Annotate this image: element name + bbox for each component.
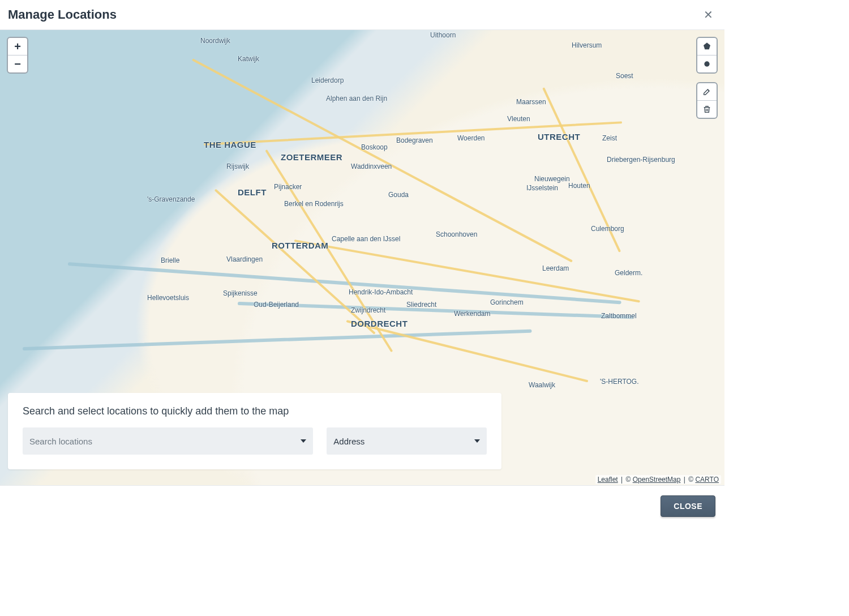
location-type-value: Address	[333, 437, 365, 446]
search-panel-row: Search locations Address	[23, 427, 487, 455]
page-title: Manage Locations	[8, 7, 117, 22]
zoom-control: + −	[7, 37, 28, 74]
polygon-icon	[702, 42, 711, 51]
draw-circle-button[interactable]	[697, 55, 717, 72]
draw-polygon-button[interactable]	[697, 38, 717, 55]
attribution-carto-pre: ©	[688, 476, 695, 484]
trash-icon	[702, 105, 711, 114]
edit-shapes-button[interactable]	[697, 83, 717, 100]
zoom-in-button[interactable]: +	[8, 38, 27, 55]
draw-edit-tools	[696, 82, 718, 119]
map-canvas[interactable]: THE HAGUEROTTERDAMUTRECHTZOETERMEERDELFT…	[0, 29, 724, 486]
location-type-select[interactable]: Address	[327, 427, 487, 455]
circle-icon	[702, 59, 711, 69]
location-search-panel: Search and select locations to quickly a…	[8, 393, 501, 469]
map-attribution: Leaflet | © OpenStreetMap | © CARTO	[595, 475, 721, 484]
svg-point-0	[704, 61, 709, 66]
chevron-down-icon	[301, 439, 306, 443]
draw-shape-tools	[696, 37, 718, 74]
attribution-carto-link[interactable]: CARTO	[695, 476, 719, 484]
attribution-osm-pre: ©	[626, 476, 633, 484]
separator: |	[683, 476, 687, 484]
search-locations-select[interactable]: Search locations	[23, 427, 313, 455]
close-button[interactable]: CLOSE	[661, 495, 715, 517]
zoom-out-button[interactable]: −	[8, 55, 27, 72]
delete-shapes-button[interactable]	[697, 100, 717, 118]
search-locations-placeholder: Search locations	[29, 437, 92, 446]
attribution-osm-link[interactable]: OpenStreetMap	[633, 476, 681, 484]
edit-icon	[702, 87, 711, 96]
search-panel-prompt: Search and select locations to quickly a…	[23, 405, 487, 417]
separator: |	[620, 476, 624, 484]
attribution-leaflet-link[interactable]: Leaflet	[598, 476, 618, 484]
close-icon[interactable]: ✕	[700, 7, 717, 23]
dialog-header: Manage Locations ✕	[0, 0, 724, 29]
dialog-footer: CLOSE	[0, 486, 724, 525]
chevron-down-icon	[474, 439, 480, 443]
